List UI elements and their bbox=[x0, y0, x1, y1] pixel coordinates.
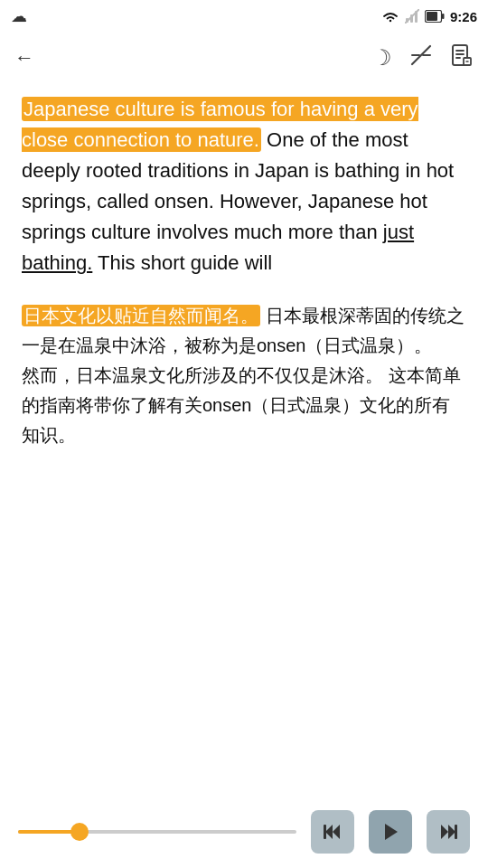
cloud-icon: ☁ bbox=[11, 6, 27, 26]
prev-skip-button[interactable] bbox=[311, 810, 354, 854]
slider-thumb[interactable] bbox=[70, 823, 89, 841]
en-text-2: This short guide will bbox=[92, 251, 272, 274]
zh-highlight-1: 日本文化以贴近自然而闻名。 bbox=[22, 305, 260, 326]
progress-slider[interactable] bbox=[18, 821, 296, 843]
toolbar-right: ☽ bbox=[372, 42, 474, 73]
svg-marker-21 bbox=[448, 825, 455, 839]
status-bar: ☁ 9:26 bbox=[0, 0, 488, 33]
speed-icon[interactable] bbox=[408, 42, 434, 73]
toolbar: ← ☽ bbox=[0, 33, 488, 83]
chinese-paragraph: 日本文化以贴近自然而闻名。 日本最根深蒂固的传统之一是在温泉中沐浴，被称为是on… bbox=[22, 301, 466, 450]
svg-marker-16 bbox=[325, 825, 333, 839]
svg-marker-19 bbox=[385, 824, 398, 840]
next-button[interactable] bbox=[427, 810, 470, 854]
moon-icon[interactable]: ☽ bbox=[372, 45, 392, 71]
doc-icon[interactable] bbox=[450, 43, 474, 72]
play-button[interactable] bbox=[369, 810, 412, 854]
status-time: 9:26 bbox=[450, 9, 477, 24]
svg-rect-22 bbox=[455, 825, 457, 839]
bottom-controls bbox=[0, 810, 488, 854]
svg-marker-20 bbox=[441, 825, 448, 839]
svg-rect-18 bbox=[324, 825, 326, 839]
english-paragraph: Japanese culture is famous for having a … bbox=[22, 94, 466, 279]
zh-text-2: 然而，日本温泉文化所涉及的不仅仅是沐浴。 这本简单的指南将带你了解有关onsen… bbox=[22, 365, 461, 445]
svg-marker-17 bbox=[333, 825, 340, 839]
content-area: Japanese culture is famous for having a … bbox=[0, 83, 488, 458]
svg-rect-5 bbox=[427, 12, 437, 21]
status-left: ☁ bbox=[11, 6, 27, 26]
status-right: 9:26 bbox=[381, 9, 477, 24]
wifi-icon bbox=[381, 10, 399, 24]
back-button[interactable]: ← bbox=[14, 42, 42, 73]
toolbar-left: ← bbox=[14, 42, 42, 73]
signal-icon bbox=[405, 9, 419, 24]
svg-rect-6 bbox=[442, 14, 445, 19]
slider-track bbox=[18, 830, 296, 834]
battery-icon bbox=[425, 10, 445, 23]
